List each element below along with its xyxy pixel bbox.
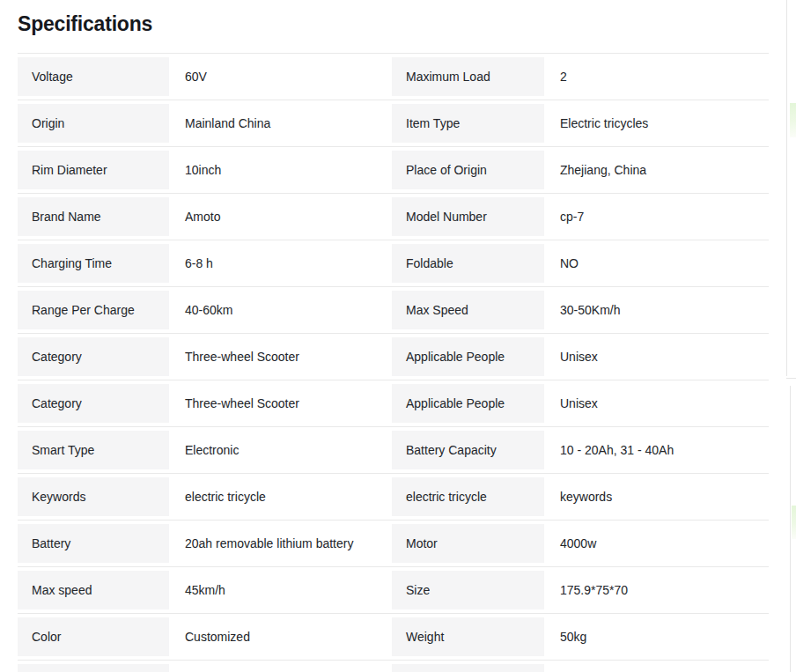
spec-label: electric tricycle xyxy=(392,477,544,516)
spec-row: Rim Diameter10inchPlace of OriginZhejian… xyxy=(18,146,769,193)
spec-label: Range Per Charge xyxy=(18,291,169,329)
spec-label: Motor xyxy=(392,524,544,563)
spec-value: 4000w xyxy=(544,521,769,566)
spec-value: 40-60km xyxy=(169,287,392,333)
spec-label xyxy=(18,664,169,672)
spec-label: Maximum Load xyxy=(392,57,544,96)
spec-value: Mainland China xyxy=(169,100,392,146)
spec-row-partial xyxy=(18,660,769,672)
spec-row: Smart TypeElectronicBattery Capacity10 -… xyxy=(18,426,769,473)
spec-value: Three-wheel Scooter xyxy=(169,380,392,426)
spec-value: Zhejiang, China xyxy=(544,147,769,193)
spec-row: CategoryThree-wheel ScooterApplicable Pe… xyxy=(18,380,769,426)
spec-row: Range Per Charge40-60kmMax Speed30-50Km/… xyxy=(18,286,769,333)
section-title: Specifications xyxy=(18,12,152,36)
spec-value: electric tricycle xyxy=(169,474,392,520)
edge-green-fragment-2 xyxy=(792,506,796,539)
spec-value: 50kg xyxy=(544,614,769,660)
spec-value: Three-wheel Scooter xyxy=(169,334,392,380)
spec-value: 10inch xyxy=(169,147,392,193)
spec-value: Electronic xyxy=(169,427,392,473)
right-panel-divider-corner xyxy=(786,378,796,379)
spec-value: 6-8 h xyxy=(169,240,392,286)
spec-label: Applicable People xyxy=(392,384,544,423)
spec-value: Electric tricycles xyxy=(544,100,769,146)
spec-value: NO xyxy=(544,240,769,286)
spec-label: Color xyxy=(18,617,169,656)
right-panel-divider-top xyxy=(786,0,787,376)
spec-row: ColorCustomizedWeight50kg xyxy=(18,613,769,660)
spec-label: Item Type xyxy=(392,104,544,143)
spec-label: Model Number xyxy=(392,197,544,236)
spec-row: OriginMainland ChinaItem TypeElectric tr… xyxy=(18,100,769,146)
edge-green-fragment-1 xyxy=(790,103,796,137)
spec-label: Voltage xyxy=(18,57,169,96)
spec-value: Amoto xyxy=(169,194,392,240)
spec-label: Weight xyxy=(392,617,544,656)
spec-label: Battery Capacity xyxy=(392,431,544,469)
spec-label: Applicable People xyxy=(392,337,544,376)
spec-value: 10 - 20Ah, 31 - 40Ah xyxy=(544,427,769,473)
spec-label: Rim Diameter xyxy=(18,151,169,189)
spec-row: Charging Time6-8 hFoldableNO xyxy=(18,240,769,286)
spec-label: Smart Type xyxy=(18,431,169,469)
specifications-table: Voltage60VMaximum Load2OriginMainland Ch… xyxy=(18,53,769,672)
spec-value: 60V xyxy=(169,54,392,100)
right-panel-divider-bottom xyxy=(790,386,791,672)
spec-label: Brand Name xyxy=(18,197,169,236)
spec-label: Battery xyxy=(18,524,169,563)
spec-row: Voltage60VMaximum Load2 xyxy=(18,53,769,100)
spec-label xyxy=(392,664,544,672)
spec-row: Brand NameAmotoModel Numbercp-7 xyxy=(18,193,769,240)
spec-value xyxy=(544,661,769,672)
spec-label: Max speed xyxy=(18,571,169,609)
spec-label: Size xyxy=(392,571,544,609)
spec-label: Charging Time xyxy=(18,244,169,283)
spec-label: Category xyxy=(18,337,169,376)
product-specifications-section: Specifications Voltage60VMaximum Load2Or… xyxy=(0,0,796,672)
spec-value: keywords xyxy=(544,474,769,520)
spec-value: cp-7 xyxy=(544,194,769,240)
spec-label: Foldable xyxy=(392,244,544,283)
spec-value: Customized xyxy=(169,614,392,660)
spec-value: 20ah removable lithium battery xyxy=(169,521,392,566)
spec-label: Place of Origin xyxy=(392,151,544,189)
spec-value: 175.9*75*70 xyxy=(544,567,769,613)
spec-row: Max speed45km/hSize175.9*75*70 xyxy=(18,566,769,613)
spec-value: 45km/h xyxy=(169,567,392,613)
spec-value: Unisex xyxy=(544,380,769,426)
spec-row: CategoryThree-wheel ScooterApplicable Pe… xyxy=(18,333,769,380)
spec-value: 30-50Km/h xyxy=(544,287,769,333)
spec-value xyxy=(169,661,392,672)
spec-label: Max Speed xyxy=(392,291,544,329)
spec-label: Keywords xyxy=(18,477,169,516)
spec-label: Category xyxy=(18,384,169,423)
spec-row: Keywordselectric tricycleelectric tricyc… xyxy=(18,473,769,520)
spec-value: Unisex xyxy=(544,334,769,380)
spec-row: Battery20ah removable lithium batteryMot… xyxy=(18,520,769,566)
spec-label: Origin xyxy=(18,104,169,143)
spec-value: 2 xyxy=(544,54,769,100)
